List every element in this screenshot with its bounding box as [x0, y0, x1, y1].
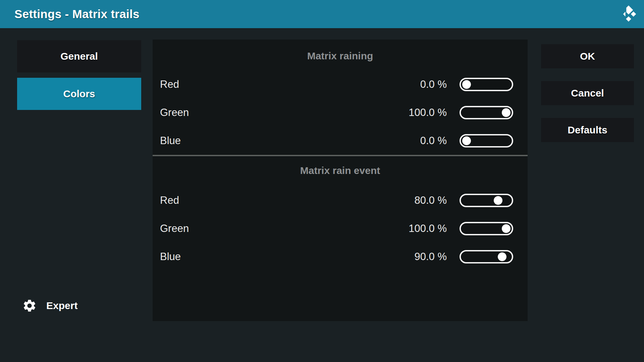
slider-knob[interactable]: [498, 252, 506, 261]
sidebar-item-general[interactable]: General: [17, 40, 141, 72]
setting-label: Red: [160, 194, 414, 206]
slider-knob[interactable]: [494, 196, 502, 205]
slider-knob[interactable]: [502, 108, 511, 117]
setting-row-red[interactable]: Red 80.0 %: [153, 186, 528, 215]
setting-label: Blue: [160, 251, 414, 263]
slider[interactable]: [460, 78, 513, 91]
dialog-title: Settings - Matrix trails: [14, 7, 140, 21]
slider[interactable]: [460, 106, 513, 119]
setting-value: 80.0 %: [414, 194, 447, 206]
slider[interactable]: [460, 194, 513, 207]
dialog-header: Settings - Matrix trails: [0, 0, 644, 28]
setting-label: Green: [160, 107, 409, 119]
section-title: Matrix raining: [153, 46, 528, 66]
setting-row-green[interactable]: Green 100.0 %: [153, 215, 528, 243]
ok-button[interactable]: OK: [541, 44, 634, 68]
sidebar-item-colors[interactable]: Colors: [17, 78, 141, 110]
setting-label: Green: [160, 223, 409, 235]
setting-value: 90.0 %: [414, 251, 447, 263]
slider-knob[interactable]: [502, 224, 511, 233]
setting-row-blue[interactable]: Blue 90.0 %: [153, 243, 528, 271]
setting-label: Blue: [160, 135, 420, 147]
gear-icon: [22, 298, 37, 313]
slider-knob[interactable]: [462, 136, 471, 145]
setting-row-blue[interactable]: Blue 0.0 %: [153, 127, 528, 155]
ok-button-label: OK: [580, 51, 595, 62]
defaults-button[interactable]: Defaults: [541, 118, 634, 142]
sidebar-item-label: Colors: [63, 88, 95, 100]
section-divider: [153, 155, 528, 156]
defaults-button-label: Defaults: [568, 124, 607, 136]
cancel-button[interactable]: Cancel: [541, 81, 634, 105]
slider-knob[interactable]: [462, 80, 471, 89]
setting-value: 0.0 %: [420, 78, 447, 90]
slider[interactable]: [460, 222, 513, 235]
setting-value: 0.0 %: [420, 135, 447, 147]
setting-value: 100.0 %: [409, 107, 447, 119]
setting-label: Red: [160, 78, 420, 90]
settings-level-label: Expert: [46, 300, 77, 311]
sidebar-item-label: General: [60, 51, 98, 62]
settings-panel: Matrix raining Red 0.0 % Green 100.0 % B…: [153, 40, 528, 321]
cancel-button-label: Cancel: [571, 87, 604, 99]
settings-level-toggle[interactable]: Expert: [22, 297, 77, 314]
setting-value: 100.0 %: [409, 223, 447, 235]
kodi-logo-icon: [618, 5, 639, 23]
setting-row-red[interactable]: Red 0.0 %: [153, 70, 528, 99]
slider[interactable]: [460, 134, 513, 147]
setting-row-green[interactable]: Green 100.0 %: [153, 99, 528, 127]
section-title: Matrix rain event: [153, 160, 528, 181]
slider[interactable]: [460, 250, 513, 263]
